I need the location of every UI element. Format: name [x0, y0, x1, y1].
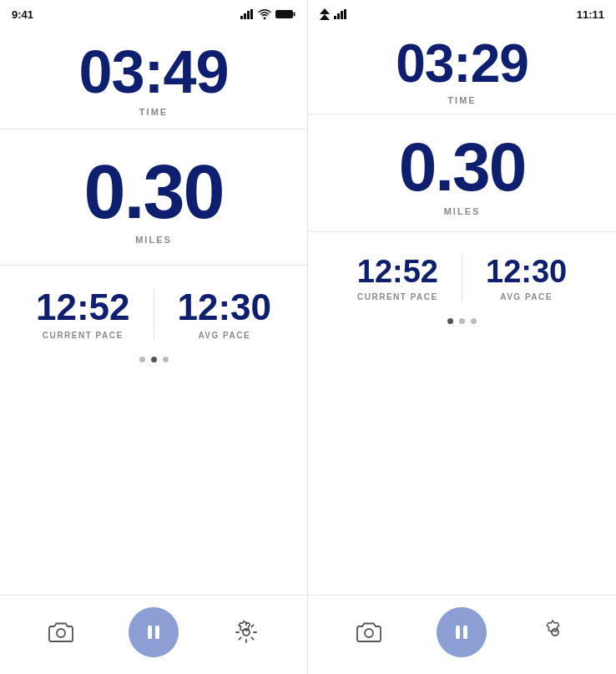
miles-value-right: 0.30	[399, 133, 526, 201]
status-icons-right-left	[320, 8, 347, 20]
svg-rect-5	[294, 13, 295, 17]
signal-icon-right	[334, 9, 347, 19]
dot-2-right	[459, 318, 465, 324]
svg-rect-7	[148, 626, 152, 639]
time-label-left: TIME	[139, 107, 168, 117]
svg-rect-0	[240, 16, 243, 19]
status-icons-left	[240, 9, 295, 19]
current-pace-col-left: 12:52 CURRENT PACE	[13, 289, 154, 340]
battery-icon	[275, 9, 295, 19]
dot-2-left	[151, 357, 157, 362]
page-dots-right	[447, 318, 477, 324]
pause-button-right[interactable]	[437, 607, 487, 657]
wifi-down-icon	[320, 8, 330, 20]
svg-rect-1	[244, 13, 246, 19]
miles-value-left: 0.30	[83, 155, 223, 230]
current-pace-label-left: CURRENT PACE	[43, 331, 124, 340]
pause-icon-right	[452, 623, 471, 641]
page-dots-left	[139, 357, 169, 362]
svg-marker-11	[320, 14, 330, 20]
avg-pace-col-left: 12:30 AVG PACE	[154, 289, 295, 340]
avg-pace-value-left: 12:30	[178, 289, 272, 326]
phone-right: 11:11 03:29 TIME 0.30 MILES 12:52 CURREN…	[308, 0, 616, 674]
pace-section-left: 12:52 CURRENT PACE 12:30 AVG PACE	[0, 266, 307, 595]
status-time-left: 9:41	[12, 8, 33, 21]
status-time-right: 11:11	[577, 8, 604, 21]
current-pace-col-right: 12:52 CURRENT PACE	[334, 256, 462, 302]
avg-pace-value-right: 12:30	[486, 256, 567, 287]
current-pace-value-right: 12:52	[357, 256, 438, 287]
dot-3-left	[163, 357, 169, 362]
current-pace-label-right: CURRENT PACE	[357, 292, 438, 302]
toolbar-left	[0, 595, 307, 674]
camera-button-left[interactable]	[48, 619, 74, 646]
miles-label-left: MILES	[135, 235, 172, 245]
svg-rect-2	[247, 11, 250, 19]
dot-1-right	[447, 318, 453, 324]
time-section-left: 03:49 TIME	[0, 27, 307, 129]
time-value-right: 03:29	[396, 37, 528, 90]
dot-3-right	[471, 318, 477, 324]
pace-row-right: 12:52 CURRENT PACE 12:30 AVG PACE	[308, 256, 616, 302]
svg-rect-15	[344, 9, 346, 19]
miles-section-left: 0.30 MILES	[0, 129, 307, 266]
status-bar-right: 11:11	[308, 0, 616, 27]
pace-section-right: 12:52 CURRENT PACE 12:30 AVG PACE	[308, 232, 616, 595]
settings-button-left[interactable]	[233, 619, 260, 646]
phone-left: 9:41 03:49 TIME	[0, 0, 308, 674]
time-value-left: 03:49	[78, 42, 228, 102]
current-pace-value-left: 12:52	[36, 289, 130, 326]
time-section-right: 03:29 TIME	[308, 27, 616, 114]
pace-row-left: 12:52 CURRENT PACE 12:30 AVG PACE	[0, 289, 307, 340]
toolbar-right	[308, 595, 616, 674]
settings-button-right[interactable]	[542, 619, 568, 646]
settings-icon-right	[542, 619, 568, 646]
signal-icon	[240, 9, 254, 19]
svg-rect-14	[341, 11, 343, 19]
pause-button-left[interactable]	[129, 607, 179, 657]
miles-section-right: 0.30 MILES	[308, 114, 616, 232]
wifi-icon	[258, 9, 271, 19]
svg-rect-8	[155, 626, 159, 639]
miles-label-right: MILES	[444, 206, 481, 216]
svg-rect-13	[337, 13, 340, 19]
svg-rect-18	[463, 626, 467, 639]
time-label-right: TIME	[447, 95, 476, 105]
settings-icon-left	[233, 619, 260, 646]
svg-point-6	[57, 629, 65, 637]
dot-1-left	[139, 357, 145, 362]
camera-icon-right	[356, 619, 382, 646]
svg-marker-10	[320, 8, 330, 14]
camera-icon-left	[48, 619, 74, 646]
camera-button-right[interactable]	[356, 619, 382, 646]
status-bar-left: 9:41	[0, 0, 307, 27]
avg-pace-col-right: 12:30 AVG PACE	[462, 256, 590, 302]
svg-rect-12	[334, 16, 336, 19]
pause-icon-left	[144, 623, 163, 641]
avg-pace-label-left: AVG PACE	[198, 331, 250, 340]
svg-rect-4	[275, 10, 293, 18]
svg-rect-3	[250, 9, 253, 19]
avg-pace-label-right: AVG PACE	[500, 292, 553, 302]
svg-rect-17	[456, 626, 460, 639]
svg-point-16	[365, 629, 373, 637]
